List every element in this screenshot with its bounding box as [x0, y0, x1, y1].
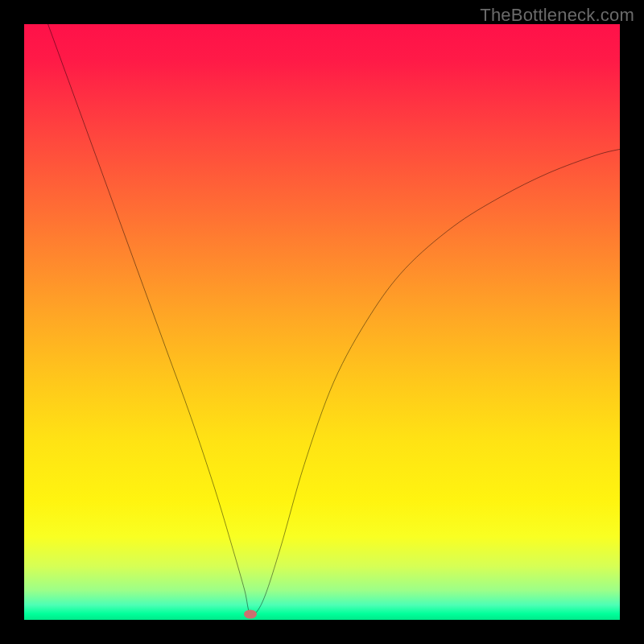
chart-plot-area — [24, 24, 620, 620]
chart-curve-svg — [24, 24, 620, 620]
optimum-marker — [244, 609, 257, 618]
bottleneck-curve — [48, 24, 620, 614]
watermark-text: TheBottleneck.com — [480, 5, 634, 26]
